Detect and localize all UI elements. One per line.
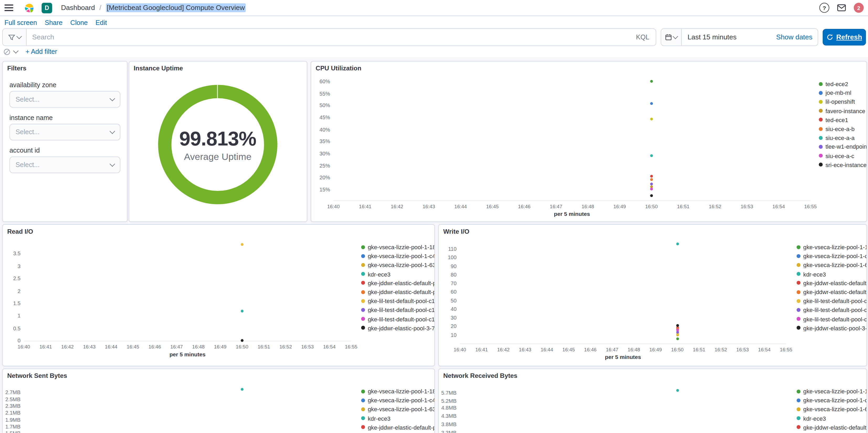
legend-item[interactable]: gke-lil-test-default-pool-c1e…	[797, 314, 866, 323]
query-language-button[interactable]: KQL	[629, 33, 656, 41]
x-axis-tick: 16:54	[769, 204, 788, 209]
saved-query-menu-button[interactable]	[3, 29, 27, 46]
legend-label: gke-jddwr-elastic-default-po…	[803, 424, 866, 430]
legend-item[interactable]: gke-lil-test-default-pool-c1e…	[361, 296, 434, 306]
legend-item[interactable]: gke-vseca-lizzie-pool-1-1877…	[797, 387, 866, 396]
legend-item[interactable]: gke-jddwr-elastic-default-po…	[361, 432, 434, 433]
x-axis-tick: 16:48	[189, 344, 208, 349]
legend-item[interactable]: gke-lil-test-default-pool-c1e…	[361, 306, 434, 314]
legend-item[interactable]: gke-vseca-lizzie-pool-1-630…	[797, 405, 866, 414]
data-point[interactable]	[650, 154, 653, 157]
edit-button[interactable]: Edit	[96, 19, 107, 27]
legend-item[interactable]: gke-jddwr-elastic-default-po…	[797, 423, 866, 432]
legend-item[interactable]: gke-vseca-lizzie-pool-1-630…	[361, 260, 434, 269]
data-point[interactable]	[241, 339, 244, 342]
data-point[interactable]	[241, 388, 244, 391]
panel-title[interactable]: Filters	[7, 65, 26, 71]
filter-options-icon[interactable]	[3, 48, 10, 55]
date-quick-select-button[interactable]	[661, 29, 682, 46]
legend-item[interactable]: gke-jddwr-elastic-default-po…	[797, 432, 866, 433]
legend-item[interactable]: ted-ece2	[819, 79, 848, 88]
legend-item[interactable]: gke-vseca-lizzie-pool-1-c417…	[361, 252, 434, 260]
legend-item[interactable]: sri-ece-instance	[819, 160, 867, 169]
legend-item[interactable]: gke-lil-test-default-pool-c1e…	[797, 306, 866, 314]
menu-icon[interactable]	[4, 4, 13, 11]
data-point[interactable]	[650, 175, 653, 178]
breadcrumb[interactable]: Dashboard	[61, 4, 95, 12]
data-point[interactable]	[676, 389, 679, 392]
space-avatar[interactable]: D	[42, 3, 52, 13]
data-point[interactable]	[650, 178, 653, 181]
data-point[interactable]	[676, 338, 679, 340]
help-icon[interactable]: ?	[819, 3, 829, 13]
data-point[interactable]	[650, 182, 653, 185]
legend-item[interactable]: gke-jddwr-elastic-default-po…	[361, 279, 434, 288]
account-id-select[interactable]: Select...	[9, 156, 121, 173]
legend-item[interactable]: gke-vseca-lizzie-pool-1-1877…	[361, 242, 434, 252]
legend-label: lil-openshift	[826, 98, 855, 105]
legend-item[interactable]: lil-openshift	[819, 97, 855, 106]
time-range-value[interactable]: Last 15 minutes	[682, 33, 776, 41]
legend-item[interactable]: kdr-ece3	[361, 269, 391, 278]
legend-item[interactable]: gke-vseca-lizzie-pool-1-c417…	[361, 396, 434, 405]
refresh-button[interactable]: Refresh	[823, 29, 866, 46]
legend-item[interactable]: gke-jddwr-elastic-pool-3-74…	[797, 323, 866, 333]
x-axis-tick: 16:44	[537, 347, 556, 352]
legend-item[interactable]: gke-vseca-lizzie-pool-1-c417…	[797, 252, 866, 260]
legend-item[interactable]: gke-jddwr-elastic-default-po…	[797, 288, 866, 296]
legend-item[interactable]: gke-jddwr-elastic-default-po…	[361, 423, 434, 432]
legend-item[interactable]: siu-ece-a-a	[819, 134, 855, 142]
x-axis-tick: 16:50	[668, 347, 687, 352]
legend-item[interactable]: gke-vseca-lizzie-pool-1-630…	[797, 260, 866, 269]
legend-swatch	[361, 272, 365, 276]
user-avatar[interactable]: 2	[854, 3, 864, 13]
scatter-chart: 15%20%25%30%35%40%45%50%55%60%16:4016:41…	[311, 62, 867, 222]
chevron-down-icon[interactable]	[13, 48, 19, 54]
legend-item[interactable]: kdr-ece3	[797, 269, 826, 278]
y-axis-tick: 70	[439, 281, 457, 286]
legend-item[interactable]: ted-ece1	[819, 115, 848, 124]
legend-item[interactable]: kdr-ece3	[361, 414, 391, 423]
legend-item[interactable]: gke-vseca-lizzie-pool-1-c417…	[797, 396, 866, 405]
legend-swatch	[797, 254, 801, 258]
newsfeed-icon[interactable]	[837, 4, 846, 12]
panel-title[interactable]: Instance Uptime	[133, 65, 183, 71]
data-point[interactable]	[676, 242, 679, 245]
legend-item[interactable]: siu-ece-a-b	[819, 124, 855, 133]
y-axis-tick: 3.3MB	[439, 430, 457, 433]
data-point[interactable]	[241, 243, 244, 246]
availability-zone-select[interactable]: Select...	[9, 91, 121, 108]
data-point[interactable]	[241, 310, 244, 313]
legend-item[interactable]: gke-vseca-lizzie-pool-1-1877…	[797, 242, 866, 252]
x-axis-tick: 16:49	[211, 344, 230, 349]
instance-name-select[interactable]: Select...	[9, 124, 121, 140]
legend-item[interactable]: tlee-w1-endpoint	[819, 142, 867, 151]
clone-button[interactable]: Clone	[70, 19, 88, 27]
legend-item[interactable]: gke-jddwr-elastic-pool-3-74…	[361, 323, 434, 333]
y-axis-tick: 20%	[311, 175, 330, 180]
legend-item[interactable]: gke-vseca-lizzie-pool-1-1877…	[361, 387, 434, 396]
data-point[interactable]	[650, 194, 653, 197]
legend-item[interactable]: favero-instance	[819, 106, 865, 115]
legend-item[interactable]: joe-mb-ml	[819, 88, 851, 97]
add-filter-button[interactable]: + Add filter	[26, 48, 57, 56]
share-button[interactable]: Share	[45, 19, 63, 27]
data-point[interactable]	[676, 324, 679, 327]
legend-label: gke-vseca-lizzie-pool-1-1877…	[803, 388, 866, 395]
elastic-logo-icon[interactable]	[24, 3, 34, 12]
full-screen-button[interactable]: Full screen	[4, 19, 37, 27]
legend-item[interactable]: gke-lil-test-default-pool-c1e…	[361, 314, 434, 323]
legend-item[interactable]: siu-ece-a-c	[819, 151, 854, 160]
show-dates-button[interactable]: Show dates	[776, 33, 818, 41]
legend-item[interactable]: gke-vseca-lizzie-pool-1-630…	[361, 405, 434, 414]
y-axis-tick: 25%	[311, 163, 330, 169]
data-point[interactable]	[650, 80, 653, 83]
legend-item[interactable]: gke-lil-test-default-pool-c1e…	[797, 296, 866, 306]
data-point[interactable]	[650, 187, 653, 191]
legend-item[interactable]: kdr-ece3	[797, 414, 826, 423]
data-point[interactable]	[650, 117, 653, 120]
legend-item[interactable]: gke-jddwr-elastic-default-po…	[797, 279, 866, 288]
search-input[interactable]	[27, 33, 629, 41]
legend-item[interactable]: gke-jddwr-elastic-default-po…	[361, 288, 434, 296]
data-point[interactable]	[650, 102, 653, 105]
